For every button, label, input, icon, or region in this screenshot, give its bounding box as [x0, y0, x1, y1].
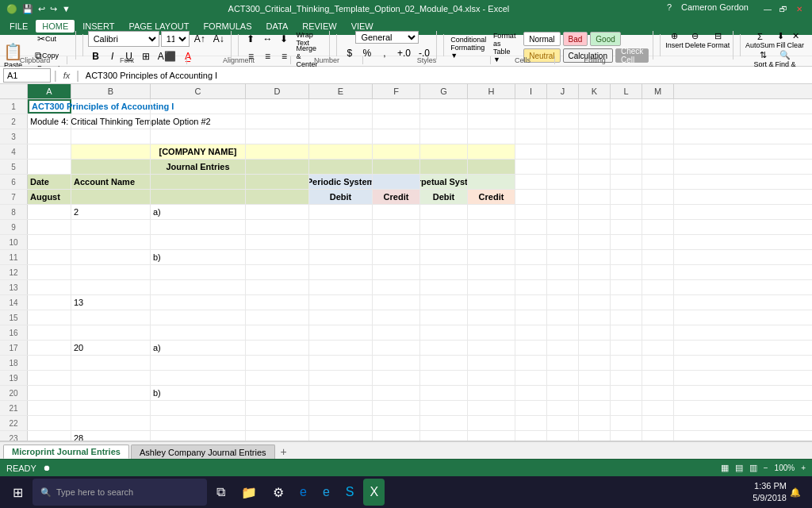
cell-E16[interactable]	[309, 325, 373, 340]
row-num-1[interactable]: 1	[0, 99, 28, 114]
cell-L20[interactable]	[611, 386, 642, 400]
cell-L3[interactable]	[611, 129, 642, 144]
cell-D6[interactable]	[246, 175, 309, 189]
cell-H17[interactable]	[468, 341, 515, 355]
cell-E21[interactable]	[309, 401, 373, 415]
cell-C7[interactable]	[151, 190, 246, 204]
row-num-15[interactable]: 15	[0, 310, 28, 325]
row-num-5[interactable]: 5	[0, 160, 28, 174]
cell-M14[interactable]	[642, 295, 674, 310]
cell-F1[interactable]	[373, 99, 420, 114]
cell-A23[interactable]	[28, 431, 71, 441]
cell-B20[interactable]	[71, 386, 151, 400]
cell-A13[interactable]	[28, 280, 71, 294]
cell-G7[interactable]: Debit	[420, 190, 468, 204]
cell-B14[interactable]: 13	[71, 295, 151, 310]
cell-I11[interactable]	[515, 250, 547, 264]
row-num-18[interactable]: 18	[0, 356, 28, 370]
cell-L15[interactable]	[611, 310, 642, 325]
row-num-20[interactable]: 20	[0, 386, 28, 400]
cell-G17[interactable]	[420, 341, 468, 355]
cell-H12[interactable]	[468, 265, 515, 279]
cell-K19[interactable]	[579, 371, 611, 385]
cell-I8[interactable]	[515, 205, 547, 219]
cell-I9[interactable]	[515, 220, 547, 234]
fx-button[interactable]: fx	[60, 71, 74, 80]
cell-E20[interactable]	[309, 386, 373, 400]
insert-button[interactable]: ⊕ Insert	[665, 31, 684, 49]
cell-I5[interactable]	[515, 160, 547, 174]
save-icon[interactable]: 💾	[22, 4, 33, 14]
cell-B18[interactable]	[71, 356, 151, 370]
formula-input[interactable]	[82, 71, 809, 80]
cell-E12[interactable]	[309, 265, 373, 279]
cell-H15[interactable]	[468, 310, 515, 325]
cell-K21[interactable]	[579, 401, 611, 415]
cell-M17[interactable]	[642, 341, 674, 355]
col-header-K[interactable]: K	[579, 84, 611, 98]
cell-E11[interactable]	[309, 250, 373, 264]
col-header-E[interactable]: E	[309, 84, 373, 98]
cell-J8[interactable]	[547, 205, 579, 219]
cell-F3[interactable]	[373, 129, 420, 144]
cell-L5[interactable]	[611, 160, 642, 174]
cell-G18[interactable]	[420, 356, 468, 370]
cell-F9[interactable]	[373, 220, 420, 234]
col-header-D[interactable]: D	[246, 84, 309, 98]
cell-A2[interactable]: Module 4: Critical Thinking Template Opt…	[28, 114, 71, 129]
cell-F6[interactable]	[373, 175, 420, 189]
zoom-in-button[interactable]: +	[801, 464, 806, 472]
cell-I6[interactable]	[515, 175, 547, 189]
cell-M19[interactable]	[642, 371, 674, 385]
cell-G16[interactable]	[420, 325, 468, 340]
cell-K12[interactable]	[579, 265, 611, 279]
cell-M11[interactable]	[642, 250, 674, 264]
cell-L10[interactable]	[611, 235, 642, 249]
name-box[interactable]	[3, 68, 51, 83]
format-button[interactable]: ⊟ Format	[707, 31, 730, 49]
row-num-7[interactable]: 7	[0, 190, 28, 204]
cell-G12[interactable]	[420, 265, 468, 279]
cell-J15[interactable]	[547, 310, 579, 325]
restore-button[interactable]: 🗗	[777, 2, 790, 15]
cell-A18[interactable]	[28, 356, 71, 370]
cell-A21[interactable]	[28, 401, 71, 415]
cell-I21[interactable]	[515, 401, 547, 415]
font-shrink-button[interactable]: A↓	[210, 31, 228, 47]
cell-F17[interactable]	[373, 341, 420, 355]
title-bar-left[interactable]: 🟢 💾 ↩ ↪ ▼	[6, 4, 71, 14]
cell-L17[interactable]	[611, 341, 642, 355]
cell-E5[interactable]	[309, 160, 373, 174]
cell-E8[interactable]	[309, 205, 373, 219]
clear-button[interactable]: ✕ Clear	[787, 31, 805, 49]
cell-A7[interactable]: August	[28, 190, 71, 204]
record-macro-icon[interactable]: ⏺	[43, 464, 51, 472]
cell-H22[interactable]	[468, 416, 515, 430]
cell-M9[interactable]	[642, 220, 674, 234]
cell-A5[interactable]	[28, 160, 71, 174]
cell-I22[interactable]	[515, 416, 547, 430]
cell-A12[interactable]	[28, 265, 71, 279]
cell-C2[interactable]	[151, 114, 246, 129]
cut-button[interactable]: ✂ Cut	[25, 31, 69, 47]
cell-K4[interactable]	[579, 144, 611, 159]
cell-M12[interactable]	[642, 265, 674, 279]
search-bar[interactable]: 🔍 Type here to search	[33, 479, 207, 506]
cell-D9[interactable]	[246, 220, 309, 234]
cell-C6[interactable]	[151, 175, 246, 189]
minimize-button[interactable]: —	[761, 2, 774, 15]
cell-H21[interactable]	[468, 401, 515, 415]
cell-B1[interactable]	[71, 99, 151, 114]
cell-I14[interactable]	[515, 295, 547, 310]
file-explorer-button[interactable]: 📁	[235, 479, 263, 506]
col-header-J[interactable]: J	[547, 84, 579, 98]
cell-E13[interactable]	[309, 280, 373, 294]
cell-L12[interactable]	[611, 265, 642, 279]
cell-B16[interactable]	[71, 325, 151, 340]
cell-H23[interactable]	[468, 431, 515, 441]
cell-F5[interactable]	[373, 160, 420, 174]
cell-A16[interactable]	[28, 325, 71, 340]
tab-ashley[interactable]: Ashley Company Journal Entries	[131, 444, 275, 459]
cell-L16[interactable]	[611, 325, 642, 340]
cell-D5[interactable]	[246, 160, 309, 174]
